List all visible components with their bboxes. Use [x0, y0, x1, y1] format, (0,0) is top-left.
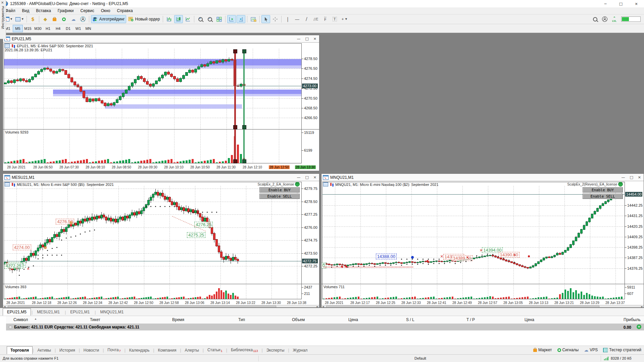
zoom-out-button[interactable]: −: [205, 15, 214, 23]
dock-button-signals[interactable]: Сигналы: [557, 348, 579, 352]
table-column-3[interactable]: Тип: [238, 317, 245, 322]
table-column-1[interactable]: Тикет: [90, 317, 100, 322]
market-button[interactable]: [50, 15, 59, 23]
chart-close-button[interactable]: ×: [313, 175, 316, 179]
scroll-left-arrow-icon[interactable]: ◄: [322, 305, 324, 307]
table-column-8[interactable]: Цена: [525, 317, 534, 322]
toolbox-side-label[interactable]: Инструменты: [1, 6, 5, 29]
toolbox-tab-11[interactable]: Журнал: [289, 346, 311, 354]
chevron-down-icon[interactable]: ▼: [10, 18, 12, 20]
chevron-down-icon[interactable]: ▼: [21, 18, 23, 20]
fibonacci-tool-button[interactable]: F: [321, 15, 330, 23]
new-order-button[interactable]: Новый ордер: [127, 15, 161, 23]
chart-shift-button[interactable]: [237, 15, 245, 23]
menu-item-3[interactable]: Графики: [54, 8, 77, 14]
auto-scroll-button[interactable]: [227, 15, 236, 23]
toolbox-tab-3[interactable]: Новости: [80, 346, 103, 354]
text-tool-button[interactable]: T: [330, 15, 339, 23]
table-column-6[interactable]: S / L: [406, 317, 414, 322]
templates-button[interactable]: [249, 15, 258, 23]
timeframe-button-m5[interactable]: M5: [13, 25, 23, 32]
horizontal-line-tool-button[interactable]: —: [293, 15, 301, 23]
account-icon[interactable]: [602, 16, 607, 22]
table-column-4[interactable]: Объем: [292, 317, 305, 322]
toolbox-tab-2[interactable]: История: [56, 346, 79, 354]
table-column-9[interactable]: Прибыль: [624, 317, 641, 322]
toolbox-tab-8[interactable]: Статьи1: [204, 346, 226, 354]
toolbox-tab-9[interactable]: Библиотека113: [227, 346, 262, 354]
price-tag[interactable]: 14389.50: [452, 255, 473, 261]
vps-button[interactable]: ☁: [69, 15, 78, 23]
enable-buy-button[interactable]: Enable BUY: [259, 187, 300, 193]
table-column-2[interactable]: Время: [172, 317, 184, 322]
candlestick-chart-button[interactable]: [174, 15, 183, 23]
chart-profiles-button[interactable]: ▼: [14, 15, 24, 23]
menu-item-2[interactable]: Вставка: [33, 8, 54, 14]
price-tag[interactable]: 14388.00: [376, 254, 397, 259]
bar-chart-button[interactable]: [165, 15, 174, 23]
enable-sell-button[interactable]: Enable SELL: [259, 194, 300, 199]
toolbox-tab-6[interactable]: Компания: [154, 346, 180, 354]
symbol-tab-3[interactable]: MNQU21,M1: [96, 308, 128, 316]
lvl-icon[interactable]: ⌃LVL: [612, 16, 616, 22]
toolbox-close-icon[interactable]: ×: [1, 1, 4, 4]
menu-item-6[interactable]: Справка: [114, 8, 136, 14]
price-tag[interactable]: 14390.50: [499, 252, 519, 258]
chart-window-epu21-m5[interactable]: EPU21,M5 — □ × 4278.504276.504274.504272…: [3, 35, 319, 171]
toolbox-tab-4[interactable]: Почта7: [104, 346, 124, 354]
table-column-7[interactable]: T / P: [466, 317, 475, 322]
symbol-tab-0[interactable]: EPU21,M5: [3, 308, 31, 316]
chart-window-titlebar[interactable]: MESU21,M1 — □ ×: [3, 174, 319, 181]
chart-hscrollbar[interactable]: ◄►: [3, 305, 319, 307]
timeframe-button-mn[interactable]: MN: [83, 25, 93, 32]
toolbox-tab-1[interactable]: Активы: [34, 346, 55, 354]
chart-minimize-button[interactable]: —: [297, 175, 300, 179]
balance-row[interactable]: Баланс: 421.11 EUR Средства: 421.11 Своб…: [6, 324, 644, 330]
dock-button-tester[interactable]: Тестер стратегий: [603, 348, 641, 352]
chart-restore-button[interactable]: □: [305, 37, 308, 41]
chart-close-button[interactable]: ×: [313, 37, 316, 41]
toolbox-tab-10[interactable]: Эксперты: [263, 346, 288, 354]
scrollbar-thumb[interactable]: [8, 306, 276, 307]
chart-window-mesu21-m1[interactable]: MESU21,M1 — □ × 4279.754278.504277.25427…: [3, 173, 319, 308]
trendline-tool-button[interactable]: /: [302, 15, 311, 23]
timeframe-button-h1[interactable]: H1: [43, 25, 53, 32]
price-tag[interactable]: 4275.25: [187, 232, 205, 238]
menu-item-4[interactable]: Сервис: [77, 8, 98, 14]
chart-close-button[interactable]: ×: [638, 175, 641, 179]
price-tag[interactable]: 0: [321, 263, 326, 268]
signals-button[interactable]: [60, 15, 68, 23]
timeframe-button-m15[interactable]: M15: [23, 25, 33, 32]
symbol-tab-1[interactable]: MESU21,M1: [33, 308, 64, 316]
algo-trading-button[interactable]: Алготрейдинг: [91, 15, 126, 23]
timeframe-button-m30[interactable]: M30: [33, 25, 43, 32]
table-column-0[interactable]: Символ: [13, 317, 28, 322]
table-column-5[interactable]: Цена: [348, 317, 358, 322]
close-button[interactable]: ×: [629, 0, 644, 7]
symbol-tab-2[interactable]: EPU21,M1: [66, 308, 94, 316]
scroll-right-arrow-icon[interactable]: ►: [317, 305, 318, 307]
status-profile[interactable]: Default: [414, 356, 426, 360]
chart-canvas[interactable]: 4278.504276.504274.504272.504270.504268.…: [3, 43, 319, 171]
menu-item-1[interactable]: Вид: [19, 8, 33, 14]
timeframe-button-h4[interactable]: H4: [53, 25, 63, 32]
chart-restore-button[interactable]: □: [305, 175, 308, 179]
toolbox-tab-0[interactable]: Торговля: [7, 346, 33, 354]
zoom-in-button[interactable]: +: [196, 15, 205, 23]
chart-hscrollbar[interactable]: ◄►: [321, 305, 644, 307]
news-button[interactable]: [79, 15, 87, 23]
price-tag[interactable]: 4272.25: [4, 263, 23, 269]
dock-button-vps[interactable]: ☁VPS: [584, 348, 598, 352]
enable-buy-button[interactable]: Enable BUY: [583, 187, 623, 193]
dock-button-market[interactable]: Маркет: [533, 348, 552, 352]
tile-windows-button[interactable]: [215, 15, 224, 23]
scroll-right-arrow-icon[interactable]: ►: [641, 305, 643, 307]
chart-canvas[interactable]: 4279.754278.504277.254276.004274.754273.…: [3, 181, 319, 307]
price-tag[interactable]: 4276.25: [194, 222, 213, 227]
add-funds-icon[interactable]: +: [637, 324, 641, 329]
price-tag[interactable]: 4274.00: [13, 245, 31, 250]
chart-window-titlebar[interactable]: EPU21,M5 — □ ×: [3, 35, 319, 43]
cursor-tool-button[interactable]: [261, 15, 270, 23]
chevron-down-icon[interactable]: ▼: [345, 18, 347, 20]
line-chart-button[interactable]: [184, 15, 192, 23]
